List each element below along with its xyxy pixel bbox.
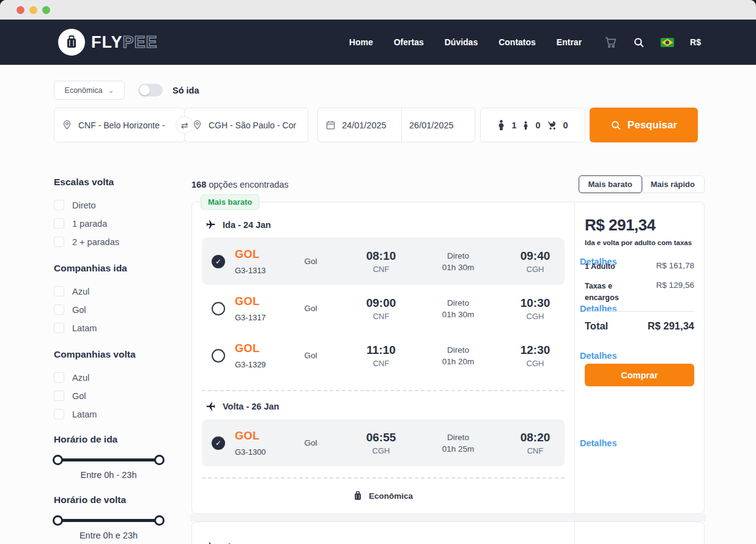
filter-option-gol-volta[interactable]: Gol <box>54 391 183 401</box>
slider-handle-min[interactable] <box>53 515 63 526</box>
slider-title-volta: Horário de volta <box>54 494 183 505</box>
swap-airports-button[interactable]: ⇄ <box>176 116 193 134</box>
total-row: Total R$ 291,34 <box>585 320 694 332</box>
nav-link-entrar[interactable]: Entrar <box>557 37 582 47</box>
slider-handle-min[interactable] <box>53 455 63 465</box>
flight-row[interactable]: GOL G3-1317 Gol 09:00 CNF Direto 01h 30m <box>202 285 565 332</box>
price-line-adult: 1 Adulto R$ 161,78 <box>585 261 694 273</box>
arrival-info: 08:20 CNF <box>511 431 559 455</box>
plane-left-icon <box>206 401 216 411</box>
destination-value: CGH - São Paulo - Cor <box>209 120 296 130</box>
nav-link-home[interactable]: Home <box>349 37 373 47</box>
sort-cheapest-button[interactable]: Mais barato <box>579 175 642 193</box>
buy-button[interactable]: Comprar <box>585 364 694 386</box>
airline-name: Gol <box>294 304 328 313</box>
outbound-header: Ida - 24 Jan <box>206 219 565 230</box>
flight-radio-checked[interactable]: ✓ <box>212 255 225 268</box>
total-price: R$ 291,34 <box>585 216 694 235</box>
return-date-input[interactable]: 26/01/2025 <box>402 108 475 142</box>
slider-range-label-ida: Entre 0h - 23h <box>54 470 163 480</box>
calendar-icon <box>325 120 336 130</box>
suitcase-logo-icon <box>58 29 85 56</box>
suitcase-icon <box>354 491 362 501</box>
stops-duration: Direto 01h 25m <box>431 433 486 454</box>
origin-input[interactable]: CNF - Belo Horizonte - <box>54 108 185 142</box>
checkbox[interactable] <box>54 391 64 401</box>
flight-radio[interactable] <box>212 349 225 362</box>
price-summary-panel <box>574 522 704 544</box>
filter-option-direto[interactable]: Direto <box>54 200 183 210</box>
flight-row[interactable]: ✓ GOL G3-1313 Gol 08:10 CNF Direto 01h <box>202 238 565 285</box>
checkbox[interactable] <box>54 372 64 383</box>
depart-date-input[interactable]: 24/01/2025 <box>317 108 402 142</box>
flight-code: G3-1317 <box>235 313 294 322</box>
flight-row[interactable]: ✓ GOL G3-1300 Gol 06:55 CGH Direto 01h <box>202 419 565 466</box>
time-out-slider <box>54 458 163 461</box>
chevron-down-icon: ⌄ <box>108 88 114 93</box>
airline-name: Gol <box>294 351 328 360</box>
filter-title-stops: Escalas volta <box>54 177 183 188</box>
time-back-slider <box>54 519 163 522</box>
departure-info: 06:55 CGH <box>357 431 405 455</box>
nav-link-duvidas[interactable]: Dúvidas <box>445 37 478 47</box>
adults-count: 1 <box>511 120 516 130</box>
flight-radio-checked[interactable]: ✓ <box>212 436 225 450</box>
sort-fastest-button[interactable]: Mais rápido <box>641 175 705 193</box>
filter-option-azul-volta[interactable]: Azul <box>54 372 183 383</box>
destination-input[interactable]: CGH - São Paulo - Cor <box>184 108 308 142</box>
child-icon <box>522 121 529 130</box>
slider-range-label-volta: Entre 0h e 23h <box>54 531 163 540</box>
brand-name: FLYPEE <box>91 33 158 52</box>
slider-handle-max[interactable] <box>154 455 165 465</box>
return-date-value: 26/01/2025 <box>409 120 454 130</box>
filter-option-gol-ida[interactable]: Gol <box>54 304 183 315</box>
browser-window: FLYPEE Home Ofertas Dúvidas Contatos Ent… <box>0 0 756 544</box>
slider-handle-max[interactable] <box>154 515 165 526</box>
window-close-button[interactable] <box>17 6 24 14</box>
filter-option-latam-volta[interactable]: Latam <box>54 409 183 419</box>
brazil-flag-icon[interactable] <box>661 38 674 47</box>
cabin-class-select[interactable]: Econômica ⌄ <box>54 81 125 100</box>
checkbox[interactable] <box>54 409 64 419</box>
currency-selector[interactable]: R$ <box>690 37 701 47</box>
checkbox[interactable] <box>54 237 64 247</box>
search-button[interactable]: Pesquisar <box>590 108 698 142</box>
outbound-header: Ida - 24 Jan <box>206 542 565 544</box>
checkbox[interactable] <box>54 323 64 333</box>
filter-option-latam-ida[interactable]: Latam <box>54 323 183 333</box>
search-icon[interactable] <box>633 37 645 48</box>
gol-logo: GOL <box>235 248 294 261</box>
passengers-selector[interactable]: 1 0 0 <box>480 108 585 142</box>
fare-class-footer: Econômica <box>202 491 565 504</box>
cabin-class-value: Econômica <box>65 86 103 95</box>
one-way-label: Só ida <box>172 86 199 95</box>
infants-count: 0 <box>563 120 568 130</box>
slider-title-ida: Horário de ida <box>54 434 183 445</box>
airline-name: Gol <box>294 257 328 266</box>
flight-code: G3-1300 <box>235 447 294 457</box>
divider <box>202 390 565 391</box>
checkbox[interactable] <box>54 304 64 315</box>
checkbox[interactable] <box>54 286 64 296</box>
filter-option-azul-ida[interactable]: Azul <box>54 286 183 296</box>
cart-icon[interactable] <box>604 35 617 49</box>
nav-link-contatos[interactable]: Contatos <box>498 37 536 47</box>
origin-value: CNF - Belo Horizonte - <box>78 120 165 130</box>
window-minimize-button[interactable] <box>29 6 37 14</box>
window-zoom-button[interactable] <box>42 6 50 14</box>
checkbox[interactable] <box>54 218 64 229</box>
checkbox[interactable] <box>54 200 64 210</box>
stops-duration: Direto 01h 20m <box>431 345 486 366</box>
filter-option-1-parada[interactable]: 1 parada <box>54 218 183 229</box>
card-gap <box>190 514 706 521</box>
price-summary-panel: R$ 291,34 Ida e volta por adulto com tax… <box>574 202 704 513</box>
nav-link-ofertas[interactable]: Ofertas <box>394 37 424 47</box>
filter-option-2-paradas[interactable]: 2 + paradas <box>54 237 183 247</box>
filters-sidebar: Escalas volta Direto 1 parada 2 + parada… <box>54 173 183 544</box>
flight-row[interactable]: GOL G3-1329 Gol 11:10 CNF Direto 01h 20m <box>202 332 565 379</box>
plane-right-icon <box>206 219 216 230</box>
flight-radio[interactable] <box>212 302 225 315</box>
one-way-toggle[interactable] <box>138 84 163 97</box>
flight-option-card: Ida - 24 Jan <box>191 521 705 544</box>
brand-logo[interactable]: FLYPEE <box>58 29 158 56</box>
